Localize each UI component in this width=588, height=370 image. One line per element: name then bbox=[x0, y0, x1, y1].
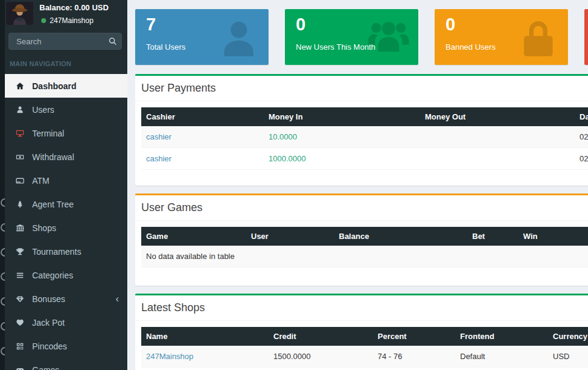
column-header: Date bbox=[575, 107, 588, 126]
avatar bbox=[6, 2, 33, 25]
clipped-circle-decoration bbox=[1, 272, 5, 281]
cell: cashier bbox=[141, 148, 264, 170]
desktop-icon bbox=[15, 129, 24, 138]
user-panel: Balance: 0.00 USD 247Mainshop bbox=[0, 0, 127, 30]
clipped-circle-decoration bbox=[1, 248, 5, 257]
sidebar-item-pincodes[interactable]: Pincodes bbox=[5, 334, 127, 358]
nav-section-header: MAIN NAVIGATION bbox=[10, 60, 127, 67]
row-link[interactable]: 247Mainshop bbox=[146, 352, 193, 361]
sidebar: Balance: 0.00 USD 247Mainshop MAIN NAVIG… bbox=[0, 0, 127, 370]
sidebar-item-shops[interactable]: Shops bbox=[5, 216, 127, 240]
gem-icon bbox=[15, 294, 24, 303]
cell: 247Mainshop bbox=[141, 346, 269, 368]
column-header: Balance bbox=[334, 227, 467, 246]
sidebar-left-strip bbox=[0, 0, 5, 370]
sidebar-item-dashboard[interactable]: Dashboard bbox=[5, 74, 127, 98]
user-icon bbox=[15, 105, 24, 114]
sidebar-item-label: Categories bbox=[32, 271, 73, 280]
column-header: Cashier bbox=[141, 107, 264, 126]
column-header: Money Out bbox=[420, 107, 575, 126]
panel-body: NameCreditPercentFrontendCurrency247Main… bbox=[135, 321, 588, 370]
sidebar-item-tournaments[interactable]: Tournaments bbox=[5, 240, 127, 263]
sidebar-item-categories[interactable]: Categories bbox=[5, 263, 127, 287]
shop-name: 247Mainshop bbox=[50, 16, 93, 25]
list-icon bbox=[15, 271, 24, 280]
sidebar-item-agent-tree[interactable]: Agent Tree bbox=[5, 192, 127, 216]
column-header: Money In bbox=[264, 107, 420, 126]
sidebar-item-label: Terminal bbox=[32, 129, 64, 138]
panel-title: Latest Shops bbox=[141, 301, 588, 314]
sidebar-item-games[interactable]: Games bbox=[5, 358, 127, 370]
cell: 74 - 76 bbox=[373, 346, 455, 368]
column-header: Credit bbox=[269, 327, 373, 346]
column-header: Frontend bbox=[455, 327, 548, 346]
sidebar-item-label: Dashboard bbox=[32, 81, 76, 91]
sidebar-item-label: ATM bbox=[32, 176, 50, 186]
clipped-circle-decoration bbox=[1, 223, 5, 232]
column-header: Percent bbox=[373, 327, 455, 346]
column-header: Currency bbox=[548, 327, 588, 346]
user-payments-panel: User Payments CashierMoney InMoney OutDa… bbox=[135, 74, 588, 186]
panel-header: User Games bbox=[135, 195, 588, 221]
sidebar-item-jack-pot[interactable]: Jack Pot bbox=[5, 311, 127, 334]
cell: cashier bbox=[141, 126, 264, 148]
credit-card-icon bbox=[15, 176, 24, 185]
panel-title: User Games bbox=[141, 201, 588, 214]
stat-row: 7Total Users0New Users This Month0Banned… bbox=[135, 9, 588, 65]
clipped-circle-decoration bbox=[1, 347, 5, 355]
bank-icon bbox=[15, 223, 24, 232]
stat-box-clipped bbox=[584, 9, 588, 65]
sidebar-item-terminal[interactable]: Terminal bbox=[5, 121, 127, 145]
sidebar-item-users[interactable]: Users bbox=[5, 98, 127, 121]
panel-header: Latest Shops bbox=[135, 295, 588, 321]
panel-header: User Payments bbox=[135, 76, 588, 101]
cell: 10.0000 bbox=[264, 126, 420, 148]
panel-body: GameUserBalanceBetWinNo data available i… bbox=[135, 221, 588, 286]
column-header: Name bbox=[141, 327, 269, 346]
empty-table-message: No data available in table bbox=[141, 246, 588, 267]
column-header: Game bbox=[141, 227, 246, 246]
clipped-circle-decoration bbox=[1, 322, 5, 331]
panel-title: User Payments bbox=[141, 82, 588, 95]
lock-icon bbox=[516, 17, 561, 62]
main-content: 7Total Users0New Users This Month0Banned… bbox=[127, 0, 588, 370]
stat-box-total-users: 7Total Users bbox=[135, 9, 269, 65]
money-icon bbox=[15, 152, 24, 161]
stat-box-new-users-this-month: 0New Users This Month bbox=[285, 9, 418, 65]
cell bbox=[420, 126, 575, 148]
sidebar-item-label: Withdrawal bbox=[32, 152, 74, 162]
heart-icon bbox=[15, 318, 24, 327]
user-games-table: GameUserBalanceBetWinNo data available i… bbox=[141, 227, 588, 267]
balance-text: Balance: 0.00 USD bbox=[39, 3, 109, 12]
search-box bbox=[8, 33, 122, 50]
cell: 1000.0000 bbox=[264, 148, 420, 170]
user-icon bbox=[216, 17, 261, 62]
cell: 02 bbox=[575, 126, 588, 148]
sidebar-item-label: Shops bbox=[32, 223, 56, 233]
sidebar-item-label: Agent Tree bbox=[32, 200, 74, 209]
sidebar-item-withdrawal[interactable]: Withdrawal bbox=[5, 145, 127, 169]
cell: Default bbox=[455, 346, 548, 368]
sidebar-item-label: Users bbox=[32, 105, 55, 115]
row-link[interactable]: cashier bbox=[146, 154, 172, 163]
gamepad-icon bbox=[15, 365, 24, 370]
latest-shops-table: NameCreditPercentFrontendCurrency247Main… bbox=[141, 327, 588, 368]
sidebar-item-label: Pincodes bbox=[32, 341, 67, 351]
chevron-left-icon: ‹ bbox=[116, 294, 119, 304]
user-payments-table: CashierMoney InMoney OutDatecashier10.00… bbox=[141, 107, 588, 170]
sidebar-item-bonuses[interactable]: Bonuses‹ bbox=[5, 287, 127, 311]
column-header: User bbox=[246, 227, 334, 246]
home-icon bbox=[15, 81, 24, 90]
column-header: Win bbox=[518, 227, 588, 246]
trophy-icon bbox=[15, 247, 24, 256]
search-input[interactable] bbox=[8, 33, 122, 50]
cell: USD bbox=[548, 346, 588, 368]
user-games-panel: User Games GameUserBalanceBetWinNo data … bbox=[135, 193, 588, 286]
row-link[interactable]: cashier bbox=[146, 132, 172, 141]
users-icon bbox=[366, 17, 411, 62]
sidebar-item-atm[interactable]: ATM bbox=[5, 169, 127, 192]
qrcode-icon bbox=[15, 341, 24, 351]
cell: 1500.0000 bbox=[269, 346, 373, 368]
sidebar-item-label: Tournaments bbox=[32, 247, 81, 257]
search-icon[interactable] bbox=[108, 36, 118, 46]
